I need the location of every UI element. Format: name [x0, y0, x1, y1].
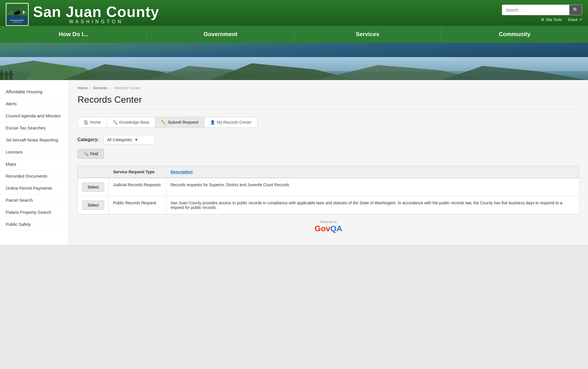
govqa-footer: Powered by GovQA	[78, 214, 579, 239]
hero-image	[0, 43, 588, 80]
sidebar-item-public-safety[interactable]: Public Safety	[0, 218, 69, 230]
nav-item-community[interactable]: Community	[441, 26, 588, 43]
breadcrumb-services[interactable]: Services	[93, 86, 107, 90]
site-header: SAN JUAN COUNTY WASHINGTON San Juan Coun…	[0, 0, 588, 26]
table-cell-description-1: Records requests for Superior, District …	[166, 178, 579, 196]
category-dropdown[interactable]: All Categories ▼	[103, 135, 155, 145]
find-button[interactable]: 🔍 Find	[78, 149, 104, 159]
logo-inner: SAN JUAN COUNTY WASHINGTON	[6, 3, 28, 25]
records-tabs: 🏠 Home 🔍 Knowledge Base ✏️ Submit Reques…	[78, 117, 258, 128]
tab-submit-request[interactable]: ✏️ Submit Request	[155, 117, 204, 127]
category-selected-value: All Categories	[107, 137, 132, 142]
tab-my-records-center[interactable]: 👤 My Records Center	[204, 117, 257, 127]
sidebar-item-parcel-search[interactable]: Parcel Search	[0, 194, 69, 206]
sidebar-item-recorded-documents[interactable]: Recorded Documents	[0, 170, 69, 182]
powered-by-label: Powered by	[83, 220, 574, 224]
svg-text:SAN JUAN COUNTY: SAN JUAN COUNTY	[10, 20, 24, 21]
nav-item-government[interactable]: Government	[147, 26, 294, 43]
search-button[interactable]: 🔍	[569, 5, 582, 15]
breadcrumb-home[interactable]: Home	[78, 86, 88, 90]
govqa-logo: GovQA	[83, 224, 574, 233]
svg-text:WASHINGTON: WASHINGTON	[13, 22, 21, 23]
breadcrumb-current: Records Center	[114, 86, 140, 90]
service-type-1: Judicial Records Requests	[113, 182, 161, 187]
main-wrapper: Affordable Housing Alerts Council Agenda…	[0, 80, 588, 245]
svg-rect-20	[0, 74, 3, 80]
find-section: 🔍 Find	[78, 149, 579, 159]
breadcrumb-sep-1: ›	[90, 86, 92, 90]
nav-item-services[interactable]: Services	[294, 26, 441, 43]
table-row: Select Judicial Records Requests Records…	[78, 178, 579, 196]
table-cell-action-1: Select	[78, 178, 109, 196]
sidebar-item-jet-aircraft[interactable]: Jet Aircraft Noise Reporting	[0, 134, 69, 146]
main-nav: How Do I... Government Services Communit…	[0, 26, 588, 43]
col-header-description[interactable]: Description	[166, 166, 579, 178]
tab-home[interactable]: 🏠 Home	[78, 117, 107, 127]
home-icon: 🏠	[84, 120, 88, 125]
sidebar-item-excise-tax[interactable]: Excise Tax Searches	[0, 122, 69, 134]
sidebar-item-polaris[interactable]: Polaris Property Search	[0, 206, 69, 218]
table-header: Service Request Type Description	[78, 166, 579, 178]
site-title: San Juan County WASHINGTON	[33, 4, 159, 24]
service-type-2: Public Records Request	[113, 201, 156, 205]
sidebar-item-council-agenda[interactable]: Council Agenda and Minutes	[0, 110, 69, 122]
records-table: Service Request Type Description Select …	[78, 166, 579, 214]
logo-svg: SAN JUAN COUNTY WASHINGTON	[7, 4, 27, 24]
site-name: San Juan County	[33, 4, 159, 19]
page-title: Records Center	[78, 94, 579, 110]
table-cell-action-2: Select	[78, 196, 109, 214]
chevron-down-icon: ▼	[134, 137, 138, 142]
table-cell-service-type-1: Judicial Records Requests	[109, 178, 166, 196]
filter-section: Category: All Categories ▼	[78, 135, 579, 145]
nav-item-how-do-i[interactable]: How Do I...	[0, 26, 147, 43]
col-header-action	[78, 166, 109, 178]
select-button-1[interactable]: Select	[82, 182, 104, 192]
find-search-icon: 🔍	[84, 152, 88, 156]
sidebar-item-licenses[interactable]: Licenses	[0, 146, 69, 158]
search-box[interactable]: 🔍	[502, 5, 582, 15]
site-tools-label: Site Tools	[546, 18, 562, 22]
sidebar-item-maps[interactable]: Maps	[0, 158, 69, 170]
search-input[interactable]	[502, 5, 569, 15]
edit-icon: ✏️	[161, 120, 166, 125]
logo-box[interactable]: SAN JUAN COUNTY WASHINGTON	[6, 3, 29, 26]
user-icon: 👤	[210, 120, 215, 125]
table-header-row: Service Request Type Description	[78, 166, 579, 178]
sidebar-item-alerts[interactable]: Alerts	[0, 98, 69, 110]
sidebar-item-affordable-housing[interactable]: Affordable Housing	[0, 86, 69, 98]
govqa-qa-text: QA	[330, 224, 342, 233]
table-cell-service-type-2: Public Records Request	[109, 196, 166, 214]
breadcrumb-sep-2: ›	[110, 86, 112, 90]
select-button-2[interactable]: Select	[82, 201, 104, 210]
tab-knowledge-base[interactable]: 🔍 Knowledge Base	[107, 117, 155, 127]
sidebar-item-online-permit[interactable]: Online Permit Payments	[0, 182, 69, 194]
table-cell-description-2: San Juan County provides access to publi…	[166, 196, 579, 214]
share-button[interactable]: Share ↗	[568, 18, 582, 22]
share-icon: ↗	[579, 18, 582, 22]
hero-svg	[0, 57, 588, 80]
table-body: Select Judicial Records Requests Records…	[78, 178, 579, 214]
table-row: Select Public Records Request San Juan C…	[78, 196, 579, 214]
header-tools: ⚙ Site Tools Share ↗	[541, 18, 582, 24]
breadcrumb: Home › Services › Records Center	[78, 86, 579, 90]
share-label: Share	[568, 18, 578, 22]
category-label: Category:	[78, 137, 99, 142]
gear-icon: ⚙	[541, 18, 544, 22]
main-content: Home › Services › Records Center Records…	[69, 80, 588, 245]
header-left: SAN JUAN COUNTY WASHINGTON San Juan Coun…	[6, 3, 159, 26]
sidebar: Affordable Housing Alerts Council Agenda…	[0, 80, 69, 245]
govqa-gov-text: Gov	[315, 224, 330, 233]
search-icon: 🔍	[113, 120, 117, 125]
col-header-service-type: Service Request Type	[109, 166, 166, 178]
header-right: 🔍 ⚙ Site Tools Share ↗	[502, 5, 582, 24]
site-tools-button[interactable]: ⚙ Site Tools	[541, 18, 562, 22]
